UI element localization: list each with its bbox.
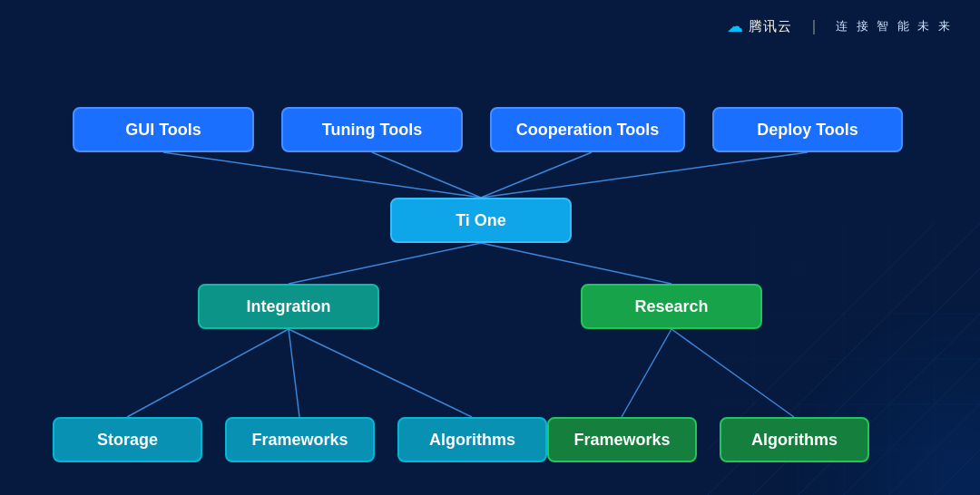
algorithms-right-label: Algorithms xyxy=(751,431,838,450)
frameworks-left-label: Frameworks xyxy=(251,431,348,450)
integration-node: Integration xyxy=(198,284,379,329)
diagram: GUI Tools Tuning Tools Cooperation Tools… xyxy=(0,0,980,495)
frameworks-right-label: Frameworks xyxy=(573,431,670,450)
tuning-tools-label: Tuning Tools xyxy=(322,121,422,140)
cooperation-tools-label: Cooperation Tools xyxy=(516,121,660,140)
storage-label: Storage xyxy=(97,431,158,450)
ti-one-node: Ti One xyxy=(390,198,572,243)
research-node: Research xyxy=(581,284,762,329)
gui-tools-label: GUI Tools xyxy=(125,121,201,140)
frameworks-left-node: Frameworks xyxy=(225,417,375,462)
algorithms-left-label: Algorithms xyxy=(429,431,515,450)
frameworks-right-node: Frameworks xyxy=(547,417,697,462)
deploy-tools-node: Deploy Tools xyxy=(712,107,903,152)
storage-node: Storage xyxy=(53,417,202,462)
ti-one-label: Ti One xyxy=(456,211,506,230)
research-label: Research xyxy=(634,297,708,316)
algorithms-right-node: Algorithms xyxy=(720,417,869,462)
gui-tools-node: GUI Tools xyxy=(73,107,254,152)
integration-label: Integration xyxy=(247,297,331,316)
tuning-tools-node: Tuning Tools xyxy=(281,107,463,152)
algorithms-left-node: Algorithms xyxy=(397,417,547,462)
cooperation-tools-node: Cooperation Tools xyxy=(490,107,685,152)
deploy-tools-label: Deploy Tools xyxy=(757,121,858,140)
